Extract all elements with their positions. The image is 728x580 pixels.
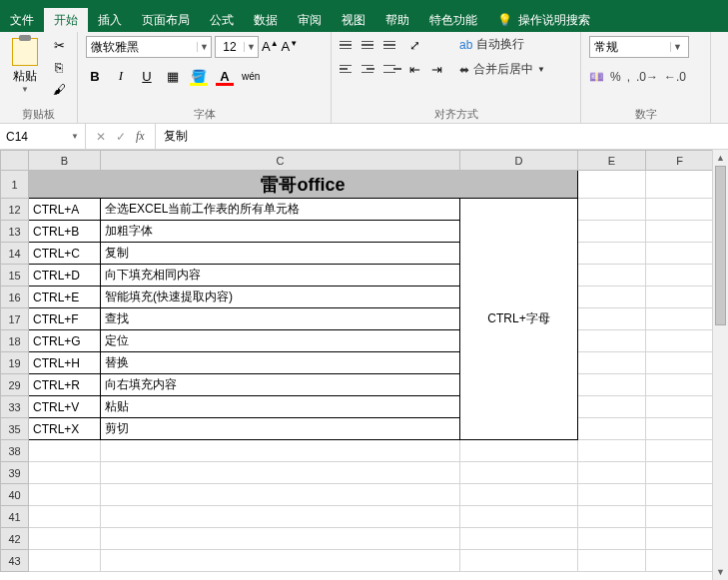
tell-me[interactable]: 💡 操作说明搜索 (497, 12, 590, 29)
cell[interactable] (101, 506, 460, 528)
cell[interactable] (101, 550, 460, 572)
cell[interactable] (578, 287, 646, 308)
paste-button[interactable]: 粘贴 ▼ (8, 36, 42, 96)
cell[interactable] (646, 352, 714, 374)
row-header[interactable]: 14 (1, 243, 29, 265)
percent-button[interactable]: % (610, 70, 621, 84)
copy-button[interactable]: ⎘ (48, 58, 70, 76)
cell[interactable]: CTRL+R (29, 374, 101, 396)
row-header[interactable]: 29 (1, 374, 29, 396)
fill-color-button[interactable]: 🪣 (190, 69, 208, 84)
increase-decimal-button[interactable]: .0→ (636, 70, 658, 84)
format-painter-button[interactable]: 🖌 (48, 80, 70, 98)
font-name-combo[interactable]: ▼ (86, 36, 212, 58)
decrease-decimal-button[interactable]: ←.0 (664, 70, 686, 84)
cell[interactable]: 全选EXCEL当前工作表的所有单元格 (101, 199, 460, 221)
row-header[interactable]: 16 (1, 287, 29, 308)
title-cell[interactable]: 雷哥office (29, 171, 578, 199)
vertical-scrollbar[interactable]: ▲ ▼ (712, 150, 728, 580)
cell[interactable] (578, 484, 646, 506)
chevron-down-icon[interactable]: ▼ (71, 132, 79, 141)
col-header[interactable]: E (578, 151, 646, 171)
cell[interactable] (101, 462, 460, 484)
row-header[interactable]: 33 (1, 396, 29, 418)
col-header[interactable]: D (460, 151, 578, 171)
row-header[interactable]: 15 (1, 265, 29, 287)
chevron-down-icon[interactable]: ▼ (244, 42, 258, 52)
cell[interactable] (578, 199, 646, 221)
select-all-corner[interactable] (1, 151, 29, 171)
cell[interactable]: CTRL+E (29, 287, 101, 308)
cell[interactable] (646, 396, 714, 418)
formula-input[interactable] (164, 130, 720, 144)
indent-left-button[interactable]: ⇤ (405, 62, 423, 77)
comma-button[interactable]: , (627, 70, 630, 84)
border-button[interactable]: ▦ (164, 69, 182, 84)
cell[interactable] (646, 506, 714, 528)
cell[interactable]: 替换 (101, 352, 460, 374)
underline-button[interactable]: U (138, 69, 156, 84)
phonetic-button[interactable]: wén (242, 71, 260, 82)
shrink-font-button[interactable]: A▼ (282, 39, 299, 54)
cell[interactable] (646, 550, 714, 572)
wrap-text-button[interactable]: ab 自动换行 (459, 36, 545, 53)
cell[interactable] (460, 528, 578, 550)
cell[interactable]: 粘贴 (101, 396, 460, 418)
cell[interactable] (646, 243, 714, 265)
tab-insert[interactable]: 插入 (88, 8, 132, 32)
cell[interactable]: CTRL+X (29, 418, 101, 440)
cell[interactable] (646, 484, 714, 506)
cell[interactable] (101, 528, 460, 550)
cut-button[interactable]: ✂ (48, 36, 70, 54)
scroll-up-button[interactable]: ▲ (713, 150, 728, 166)
cell[interactable] (578, 243, 646, 265)
cell[interactable] (646, 330, 714, 352)
row-header[interactable]: 38 (1, 440, 29, 462)
cell[interactable] (578, 221, 646, 243)
scroll-down-button[interactable]: ▼ (713, 564, 728, 580)
font-color-button[interactable]: A (216, 69, 234, 84)
cell[interactable] (646, 528, 714, 550)
row-header[interactable]: 17 (1, 308, 29, 330)
cell[interactable]: CTRL+C (29, 243, 101, 265)
merged-cell[interactable]: CTRL+字母 (460, 199, 578, 440)
cell[interactable] (578, 440, 646, 462)
cell[interactable] (578, 462, 646, 484)
cell[interactable]: CTRL+V (29, 396, 101, 418)
row-header[interactable]: 40 (1, 484, 29, 506)
align-left-button[interactable] (340, 60, 358, 78)
cell[interactable] (646, 287, 714, 308)
cell[interactable] (29, 462, 101, 484)
cell[interactable] (578, 308, 646, 330)
tab-file[interactable]: 文件 (0, 8, 44, 32)
cell[interactable]: CTRL+A (29, 199, 101, 221)
cell[interactable]: CTRL+D (29, 265, 101, 287)
cell[interactable]: 向下填充相同内容 (101, 265, 460, 287)
cell[interactable] (578, 352, 646, 374)
row-header[interactable]: 12 (1, 199, 29, 221)
align-right-button[interactable] (383, 60, 401, 78)
tab-review[interactable]: 审阅 (288, 8, 332, 32)
grow-font-button[interactable]: A▲ (262, 39, 279, 54)
row-header[interactable]: 42 (1, 528, 29, 550)
cell[interactable] (578, 330, 646, 352)
cell[interactable] (29, 528, 101, 550)
cell[interactable] (29, 484, 101, 506)
indent-right-button[interactable]: ⇥ (427, 62, 445, 77)
cell[interactable]: 查找 (101, 308, 460, 330)
row-header[interactable]: 18 (1, 330, 29, 352)
cell[interactable]: CTRL+H (29, 352, 101, 374)
cell[interactable] (646, 265, 714, 287)
cell[interactable] (646, 199, 714, 221)
row-header[interactable]: 39 (1, 462, 29, 484)
row-header[interactable]: 43 (1, 550, 29, 572)
tab-view[interactable]: 视图 (332, 8, 375, 32)
font-size-combo[interactable]: ▼ (215, 36, 259, 58)
align-top-button[interactable] (340, 36, 358, 54)
cell[interactable] (460, 462, 578, 484)
cell[interactable] (646, 171, 714, 199)
cell[interactable]: CTRL+F (29, 308, 101, 330)
formula-bar[interactable] (155, 124, 728, 150)
col-header[interactable]: B (29, 151, 101, 171)
tab-help[interactable]: 帮助 (375, 8, 419, 32)
